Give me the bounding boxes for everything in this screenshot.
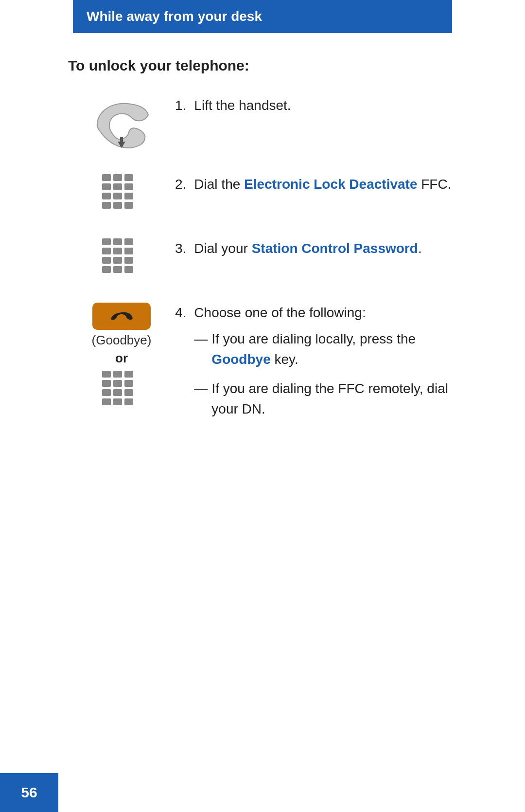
key: [102, 380, 111, 387]
sub-bullet-1-prefix: If you are dialing locally, press the: [211, 331, 416, 346]
key: [124, 389, 133, 396]
key: [113, 238, 122, 245]
step-3-number: 3.: [175, 238, 186, 259]
step-1-label: Lift the handset.: [194, 95, 291, 116]
key: [102, 398, 111, 405]
key: [124, 193, 133, 199]
goodbye-button-icon: [92, 303, 151, 330]
step-2-text: 2. Dial the Electronic Lock Deactivate F…: [175, 172, 457, 195]
key: [113, 389, 122, 396]
key: [102, 193, 111, 199]
header-title: While away from your desk: [87, 9, 262, 24]
handset-icon: [83, 95, 160, 149]
step-3-suffix: .: [418, 241, 422, 256]
step-4-icon: (Goodbye) or: [68, 301, 175, 410]
key: [102, 202, 111, 209]
dash-1: —: [194, 329, 211, 349]
key: [102, 389, 111, 396]
step-2-prefix: Dial the: [194, 177, 244, 192]
step-3-label: Dial your Station Control Password.: [194, 238, 421, 259]
key: [102, 248, 111, 254]
step-2-number: 2.: [175, 174, 186, 195]
key: [124, 371, 133, 378]
page-content: To unlock your telephone: 1. Lift the ha…: [0, 33, 525, 476]
key: [102, 183, 111, 190]
key: [124, 183, 133, 190]
key: [124, 248, 133, 254]
sub-bullet-2: — If you are dialing the FFC remotely, d…: [194, 379, 457, 419]
sub-bullet-1-text: If you are dialing locally, press the Go…: [211, 329, 457, 370]
key: [124, 257, 133, 264]
key: [124, 398, 133, 405]
step-4-text: 4. Choose one of the following: — If you…: [175, 301, 457, 428]
or-label: or: [115, 351, 128, 366]
step-2-icon: [68, 172, 175, 213]
key: [113, 398, 122, 405]
sub-bullet-1-suffix: key.: [271, 352, 298, 367]
step-1-text: 1. Lift the handset.: [175, 93, 457, 116]
step-3-prefix: Dial your: [194, 241, 251, 256]
step-2-row: 2. Dial the Electronic Lock Deactivate F…: [68, 172, 457, 213]
step-4-row: (Goodbye) or: [68, 301, 457, 428]
step-3-icon: [68, 236, 175, 277]
key: [113, 266, 122, 273]
key: [102, 174, 111, 181]
goodbye-label: (Goodbye): [92, 333, 152, 348]
key: [124, 174, 133, 181]
step-1-row: 1. Lift the handset.: [68, 93, 457, 149]
step-1-icon: [68, 93, 175, 149]
step-2-label: Dial the Electronic Lock Deactivate FFC.: [194, 174, 451, 195]
key: [113, 183, 122, 190]
step-1-number: 1.: [175, 95, 186, 116]
section-title: To unlock your telephone:: [68, 57, 457, 74]
key: [113, 257, 122, 264]
key: [113, 380, 122, 387]
sub-bullets: — If you are dialing locally, press the …: [194, 329, 457, 419]
sub-bullet-1-link: Goodbye: [211, 352, 270, 367]
goodbye-stack: (Goodbye) or: [92, 303, 152, 410]
key: [102, 371, 111, 378]
step-3-row: 3. Dial your Station Control Password.: [68, 236, 457, 277]
key: [124, 266, 133, 273]
keypad-icon-2: [102, 174, 141, 213]
key: [113, 371, 122, 378]
step-3-link: Station Control Password: [252, 241, 418, 256]
key: [124, 380, 133, 387]
step-4-number: 4.: [175, 303, 186, 323]
dash-2: —: [194, 379, 211, 399]
key: [113, 193, 122, 199]
header-bar: While away from your desk: [73, 0, 452, 33]
svg-rect-1: [120, 137, 123, 146]
key: [113, 248, 122, 254]
key: [113, 174, 122, 181]
key: [124, 238, 133, 245]
key: [102, 238, 111, 245]
step-3-text: 3. Dial your Station Control Password.: [175, 236, 457, 259]
step-2-suffix: FFC.: [417, 177, 451, 192]
goodbye-receiver-icon: [108, 309, 135, 323]
sub-bullet-2-text: If you are dialing the FFC remotely, dia…: [211, 379, 457, 419]
footer: 56: [0, 773, 58, 812]
key: [113, 202, 122, 209]
key: [102, 257, 111, 264]
page-number: 56: [21, 784, 37, 801]
key: [102, 266, 111, 273]
keypad-icon-3: [102, 238, 141, 277]
step-4-label: Choose one of the following:: [194, 305, 366, 320]
sub-bullet-1: — If you are dialing locally, press the …: [194, 329, 457, 370]
steps-container: 1. Lift the handset.: [68, 93, 457, 451]
step-4-content: Choose one of the following: — If you ar…: [194, 303, 457, 428]
key: [124, 202, 133, 209]
step-2-link: Electronic Lock Deactivate: [244, 177, 417, 192]
keypad-icon-4: [102, 371, 141, 410]
